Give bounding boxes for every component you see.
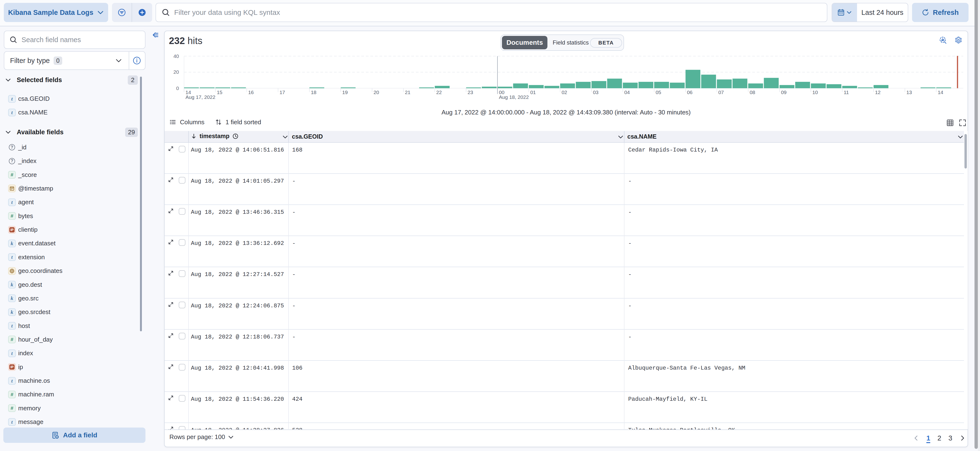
svg-text:01: 01: [530, 89, 536, 95]
svg-text:13: 13: [906, 89, 912, 95]
svg-text:19: 19: [342, 89, 348, 95]
svg-text:22: 22: [436, 89, 442, 95]
svg-text:07: 07: [718, 89, 724, 95]
svg-text:04: 04: [624, 89, 630, 95]
svg-text:18: 18: [311, 89, 316, 95]
svg-text:02: 02: [562, 89, 567, 95]
svg-text:03: 03: [593, 89, 598, 95]
svg-text:10: 10: [812, 89, 818, 95]
svg-text:21: 21: [405, 89, 410, 95]
svg-text:12: 12: [875, 89, 880, 95]
svg-text:16: 16: [248, 89, 254, 95]
svg-text:0: 0: [176, 86, 179, 91]
svg-text:20: 20: [173, 69, 179, 75]
svg-text:09: 09: [781, 89, 786, 95]
svg-text:Aug 17, 2022: Aug 17, 2022: [185, 94, 215, 100]
svg-text:08: 08: [749, 89, 755, 95]
svg-text:Aug 18, 2022: Aug 18, 2022: [499, 94, 529, 100]
svg-text:20: 20: [374, 89, 379, 95]
svg-text:05: 05: [655, 89, 661, 95]
svg-text:23: 23: [468, 89, 473, 95]
svg-text:11: 11: [844, 89, 849, 95]
svg-text:06: 06: [687, 89, 692, 95]
svg-text:15: 15: [217, 89, 222, 95]
svg-text:40: 40: [173, 53, 179, 59]
svg-text:14: 14: [938, 89, 943, 95]
svg-text:17: 17: [280, 89, 285, 95]
